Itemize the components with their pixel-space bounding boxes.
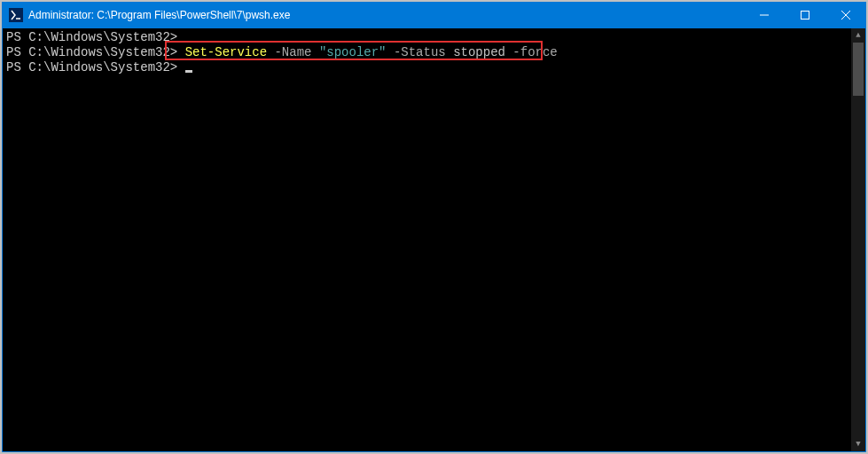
minimize-button[interactable] xyxy=(744,2,785,28)
app-icon xyxy=(9,8,23,22)
terminal-line: PS C:\Windows\System32> xyxy=(6,30,862,45)
svg-rect-3 xyxy=(802,12,809,20)
command-segment: -Status xyxy=(387,45,454,59)
scrollbar-thumb[interactable] xyxy=(853,43,864,96)
vertical-scrollbar[interactable]: ▲ ▼ xyxy=(851,28,865,451)
svg-rect-0 xyxy=(9,8,23,22)
command-segment: stopped xyxy=(453,45,505,59)
window-controls xyxy=(744,2,866,28)
terminal-line: PS C:\Windows\System32> xyxy=(6,60,862,75)
scroll-down-icon[interactable]: ▼ xyxy=(851,437,865,451)
prompt: PS C:\Windows\System32> xyxy=(6,45,185,59)
window-title: Administrator: C:\Program Files\PowerShe… xyxy=(28,9,290,21)
scroll-up-icon[interactable]: ▲ xyxy=(851,28,865,43)
terminal-area[interactable]: PS C:\Windows\System32> PS C:\Windows\Sy… xyxy=(3,28,865,451)
command-segment: "spooler" xyxy=(319,45,387,59)
close-button[interactable] xyxy=(825,2,866,28)
terminal-line: PS C:\Windows\System32> Set-Service -Nam… xyxy=(6,45,862,60)
terminal-content: PS C:\Windows\System32> PS C:\Windows\Sy… xyxy=(6,30,862,75)
command-segment: Set-Service xyxy=(185,45,267,59)
prompt: PS C:\Windows\System32> xyxy=(6,60,185,74)
titlebar[interactable]: Administrator: C:\Program Files\PowerShe… xyxy=(2,2,866,28)
command-segment: -Name xyxy=(267,45,319,59)
powershell-window: Administrator: C:\Program Files\PowerShe… xyxy=(2,2,866,452)
maximize-button[interactable] xyxy=(785,2,825,28)
prompt: PS C:\Windows\System32> xyxy=(6,30,185,44)
cursor xyxy=(185,70,192,73)
command-segment: -force xyxy=(505,45,558,59)
